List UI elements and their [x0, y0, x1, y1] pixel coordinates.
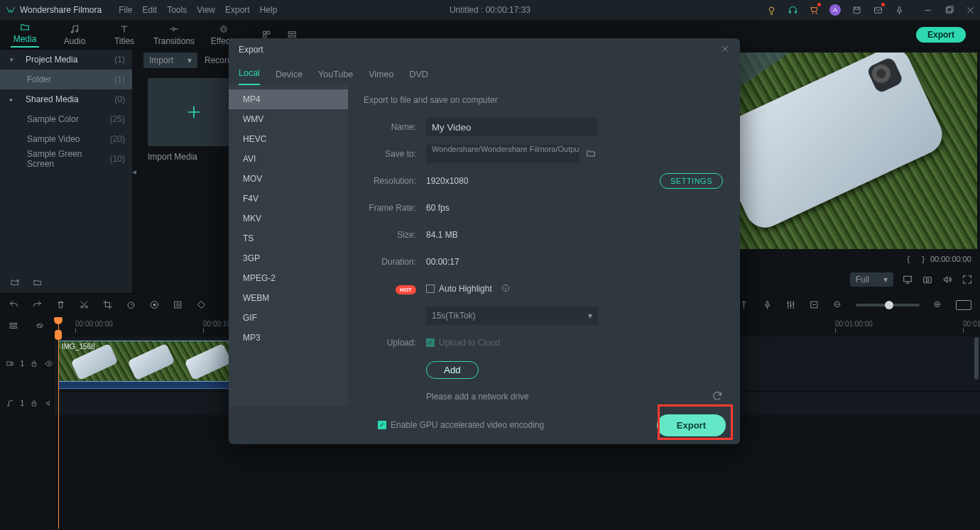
export-tab-vimeo[interactable]: Vimeo — [369, 70, 393, 85]
close-icon — [720, 44, 730, 54]
sidebar-item-shared-media[interactable]: ▸ Shared Media (0) — [0, 89, 132, 109]
delete-icon[interactable] — [55, 299, 66, 310]
cut-icon[interactable] — [79, 299, 89, 310]
format-3gp[interactable]: 3GP — [229, 248, 348, 268]
audio-track-header[interactable]: 1 — [0, 391, 53, 415]
export-tab-youtube[interactable]: YouTube — [318, 70, 353, 85]
message-icon[interactable] — [872, 4, 883, 16]
voiceover-icon[interactable] — [762, 299, 773, 310]
speed-icon[interactable] — [126, 299, 136, 310]
name-input[interactable] — [426, 118, 598, 136]
folder-open-icon[interactable] — [33, 277, 43, 287]
format-mpeg2[interactable]: MPEG-2 — [229, 268, 348, 288]
export-tab-local[interactable]: Local — [239, 68, 260, 85]
sidebar-item-project-media[interactable]: ▾ Project Media (1) — [0, 50, 132, 70]
fullscreen-icon[interactable] — [962, 274, 973, 285]
minimize-icon[interactable] — [922, 4, 933, 16]
format-mp4[interactable]: MP4 — [229, 89, 348, 109]
green-screen-icon[interactable] — [173, 299, 183, 310]
format-mp3[interactable]: MP3 — [229, 328, 348, 348]
idea-icon[interactable] — [766, 4, 777, 16]
tab-titles[interactable]: Titles — [99, 20, 149, 49]
mixer-icon[interactable] — [785, 299, 796, 310]
menu-help[interactable]: Help — [260, 5, 278, 15]
undo-icon[interactable] — [9, 299, 19, 310]
render-icon[interactable] — [809, 299, 820, 310]
mute-icon[interactable] — [45, 399, 53, 408]
snapshot-icon[interactable] — [922, 274, 933, 285]
svg-rect-6 — [263, 31, 266, 34]
saveto-path[interactable]: Wondershare/Wondershare Filmora/Output — [426, 145, 579, 163]
menu-export[interactable]: Export — [225, 5, 250, 15]
sidebar-item-sample-video[interactable]: Sample Video (20) — [0, 129, 132, 149]
info-icon[interactable] — [501, 283, 511, 295]
lock-icon[interactable] — [30, 359, 38, 368]
playhead[interactable] — [58, 317, 59, 529]
mic-icon[interactable] — [893, 4, 905, 16]
refresh-button[interactable] — [712, 390, 723, 404]
maximize-icon[interactable] — [943, 4, 954, 16]
highlight-duration-select[interactable]: 15s(TikTok) ▾ — [426, 307, 598, 325]
menu-tools[interactable]: Tools — [167, 5, 187, 15]
browse-folder-button[interactable] — [585, 148, 597, 161]
import-dropdown[interactable]: Import ▾ — [143, 53, 197, 68]
format-ts[interactable]: TS — [229, 228, 348, 248]
export-tab-device[interactable]: Device — [276, 70, 303, 85]
sidebar-item-sample-green[interactable]: Sample Green Screen (10) — [0, 149, 132, 169]
color-icon[interactable] — [149, 299, 160, 310]
quality-dropdown[interactable]: Full ▾ — [850, 272, 893, 287]
eye-icon[interactable] — [45, 359, 53, 368]
format-webm[interactable]: WEBM — [229, 288, 348, 308]
lock-icon[interactable] — [30, 399, 38, 408]
zoom-slider[interactable] — [856, 304, 920, 307]
link-icon[interactable] — [35, 321, 45, 331]
track-options-icon[interactable] — [9, 321, 18, 331]
auto-highlight-checkbox[interactable] — [426, 285, 435, 293]
svg-rect-19 — [175, 302, 181, 308]
cart-icon[interactable] — [808, 4, 820, 16]
settings-button[interactable]: SETTINGS — [660, 173, 723, 189]
zoom-out-icon[interactable] — [832, 299, 843, 310]
crop-icon[interactable] — [102, 299, 113, 310]
close-icon[interactable] — [964, 4, 976, 16]
upload-cloud-checkbox[interactable]: ✓ — [426, 338, 435, 347]
video-track-header[interactable]: 1 — [0, 336, 53, 391]
menu-edit[interactable]: Edit — [143, 5, 158, 15]
save-icon[interactable] — [851, 4, 862, 16]
gpu-checkbox[interactable]: ✓ — [378, 421, 386, 429]
dialog-title: Export — [239, 45, 263, 55]
dialog-close-button[interactable] — [720, 44, 730, 56]
sidebar-item-folder[interactable]: Folder (1) — [0, 70, 132, 89]
format-mov[interactable]: MOV — [229, 169, 348, 189]
format-mkv[interactable]: MKV — [229, 209, 348, 228]
zoom-fit-button[interactable] — [956, 300, 971, 310]
add-drive-button[interactable]: Add — [426, 361, 479, 379]
export-button[interactable]: Export — [657, 414, 726, 436]
format-gif[interactable]: GIF — [229, 308, 348, 328]
record-button[interactable]: Record — [205, 55, 232, 65]
menu-file[interactable]: File — [119, 5, 132, 15]
marker-icon[interactable] — [739, 299, 749, 310]
format-wmv[interactable]: WMV — [229, 109, 348, 129]
zoom-in-icon[interactable] — [932, 299, 943, 310]
avatar-icon[interactable]: A — [829, 4, 841, 16]
export-tab-dvd[interactable]: DVD — [409, 70, 428, 85]
tab-media[interactable]: Media — [0, 20, 50, 49]
folder-icon — [585, 148, 597, 159]
export-button-top[interactable]: Export — [916, 27, 966, 43]
format-f4v[interactable]: F4V — [229, 189, 348, 209]
sidebar-item-sample-color[interactable]: Sample Color (25) — [0, 109, 132, 129]
format-avi[interactable]: AVI — [229, 149, 348, 169]
import-media-tile[interactable] — [148, 78, 240, 146]
new-folder-icon[interactable] — [10, 277, 20, 287]
monitor-icon[interactable] — [902, 274, 913, 285]
timeline-scrollbar[interactable] — [974, 337, 979, 380]
tab-transitions[interactable]: Transitions — [149, 20, 199, 49]
keyframe-icon[interactable] — [196, 299, 207, 310]
redo-icon[interactable] — [32, 299, 43, 310]
tab-audio[interactable]: Audio — [50, 20, 99, 49]
volume-icon[interactable] — [942, 274, 953, 285]
menu-view[interactable]: View — [197, 5, 215, 15]
headphones-icon[interactable] — [787, 4, 798, 16]
format-hevc[interactable]: HEVC — [229, 129, 348, 149]
